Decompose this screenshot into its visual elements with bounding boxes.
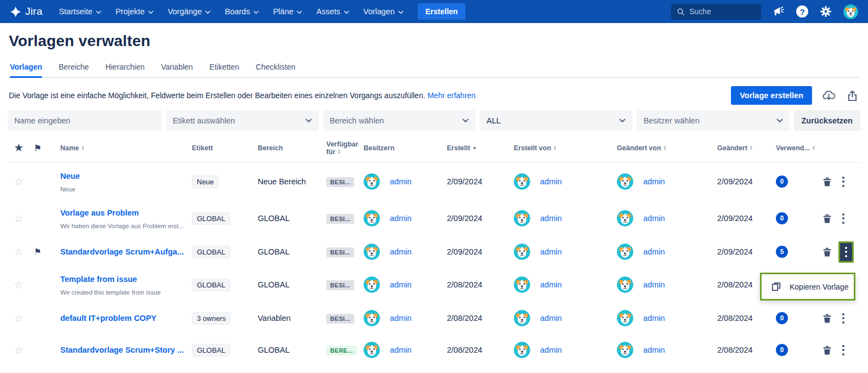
name-filter[interactable] xyxy=(8,110,162,131)
copy-icon xyxy=(771,281,781,292)
template-name-link[interactable]: Template from issue xyxy=(60,275,137,284)
template-name-link[interactable]: Vorlage aus Problem xyxy=(60,208,139,217)
sort-icon[interactable]: ▲▼ xyxy=(750,145,753,151)
template-name-link[interactable]: Standardvorlage Scrum+Story ... xyxy=(60,346,184,354)
row-menu-button-active[interactable] xyxy=(838,241,854,263)
nav-item-plaene[interactable]: Pläne xyxy=(273,7,302,16)
tab-vorlagen[interactable]: Vorlagen xyxy=(10,59,42,77)
sort-icon[interactable]: ▲▼ xyxy=(553,145,557,151)
row-menu-button[interactable] xyxy=(838,172,848,191)
modifier-link[interactable]: admin xyxy=(643,346,665,354)
jira-logo[interactable]: Jira xyxy=(10,5,42,18)
sort-desc-icon[interactable]: ▼ xyxy=(472,146,476,151)
import-button[interactable] xyxy=(822,89,836,102)
owner-link[interactable]: admin xyxy=(390,247,412,256)
nav-item-assets[interactable]: Assets xyxy=(316,7,349,16)
usage-count-badge[interactable]: 0 xyxy=(776,176,788,188)
availability-tag: BERE... xyxy=(326,346,357,355)
creator-link[interactable]: admin xyxy=(540,314,562,323)
column-header-erstellt[interactable]: Erstellt▼ xyxy=(439,142,504,152)
tab-hierarchien[interactable]: Hierarchien xyxy=(105,59,145,77)
column-header-geaendert[interactable]: Geändert▲▼ xyxy=(715,142,773,152)
modifier-link[interactable]: admin xyxy=(643,247,665,256)
creator-link[interactable]: admin xyxy=(540,214,562,223)
tab-checklisten[interactable]: Checklisten xyxy=(256,59,295,77)
row-menu-button[interactable] xyxy=(838,309,848,328)
delete-button[interactable] xyxy=(821,213,833,224)
owner-link[interactable]: admin xyxy=(390,214,412,223)
creator-link[interactable]: admin xyxy=(540,177,562,186)
learn-more-link[interactable]: Mehr erfahren xyxy=(427,91,475,100)
usage-count-badge[interactable]: 0 xyxy=(776,212,788,224)
etikett-filter-select[interactable]: Etikett auswählen xyxy=(166,110,319,131)
delete-button[interactable] xyxy=(821,246,833,258)
owner-link[interactable]: admin xyxy=(390,346,412,354)
star-icon[interactable]: ☆ xyxy=(8,212,30,225)
column-header-verfuegbar-fuer[interactable]: Verfügbar für▲▼ xyxy=(323,138,357,156)
star-icon[interactable]: ☆ xyxy=(8,279,30,291)
nav-item-startseite[interactable]: Startseite xyxy=(59,7,101,16)
created-date: 2/09/2024 xyxy=(439,214,504,223)
creator-link[interactable]: admin xyxy=(540,247,562,256)
sort-icon[interactable]: ▲▼ xyxy=(338,149,341,155)
tab-variablen[interactable]: Variablen xyxy=(161,59,193,77)
flag-icon[interactable]: ⚑ xyxy=(30,247,54,257)
creator-link[interactable]: admin xyxy=(540,280,562,289)
nav-item-vorlagen[interactable]: Vorlagen xyxy=(364,7,404,16)
star-icon[interactable]: ☆ xyxy=(8,176,30,188)
tab-bereiche[interactable]: Bereiche xyxy=(59,59,89,77)
availability-filter-select[interactable]: ALL xyxy=(480,110,632,131)
modifier-link[interactable]: admin xyxy=(643,177,665,186)
owner-link[interactable]: admin xyxy=(390,280,412,289)
nav-item-boards[interactable]: Boards xyxy=(225,7,259,16)
creator-avatar xyxy=(514,310,530,326)
star-icon[interactable]: ☆ xyxy=(8,312,30,325)
tab-etiketten[interactable]: Etiketten xyxy=(209,59,239,77)
sort-icon[interactable]: ▲▼ xyxy=(663,145,667,151)
announcements-button[interactable] xyxy=(773,5,785,18)
user-avatar[interactable] xyxy=(843,4,858,19)
owner-avatar xyxy=(364,342,380,358)
creator-link[interactable]: admin xyxy=(540,346,562,354)
delete-button[interactable] xyxy=(821,313,833,324)
search-input[interactable] xyxy=(689,7,756,16)
name-filter-input[interactable] xyxy=(14,116,155,125)
sort-icon[interactable]: ▲▼ xyxy=(812,145,815,151)
owner-link[interactable]: admin xyxy=(390,314,412,323)
search-box[interactable] xyxy=(671,4,761,20)
star-icon[interactable]: ☆ xyxy=(8,344,30,357)
context-menu-copy-template[interactable]: Kopieren Vorlage xyxy=(760,273,855,301)
delete-button[interactable] xyxy=(821,344,833,356)
star-icon[interactable]: ☆ xyxy=(8,246,30,258)
star-column-header-icon[interactable]: ★ xyxy=(8,140,30,154)
column-header-name[interactable]: Name▲▼ xyxy=(54,142,189,152)
usage-count-badge[interactable]: 0 xyxy=(776,344,788,356)
bereich-filter-select[interactable]: Bereich wählen xyxy=(323,110,475,131)
nav-item-projekte[interactable]: Projekte xyxy=(116,7,154,16)
sort-icon[interactable]: ▲▼ xyxy=(81,145,84,151)
row-menu-button[interactable] xyxy=(838,209,848,228)
modifier-link[interactable]: admin xyxy=(643,214,665,223)
template-name-link[interactable]: Standardvorlage Scrum+Aufga... xyxy=(60,247,184,256)
export-button[interactable] xyxy=(846,89,859,102)
row-menu-button[interactable] xyxy=(838,341,848,360)
modifier-link[interactable]: admin xyxy=(643,280,665,289)
help-button[interactable]: ? xyxy=(796,5,808,18)
create-template-button[interactable]: Vorlage erstellen xyxy=(731,86,812,105)
column-header-erstellt-von[interactable]: Erstellt von▲▼ xyxy=(504,142,611,152)
usage-count-badge[interactable]: 5 xyxy=(776,246,788,258)
reset-filters-button[interactable]: Zurücksetzen xyxy=(794,110,860,131)
modifier-link[interactable]: admin xyxy=(643,314,665,323)
nav-item-vorgaenge[interactable]: Vorgänge xyxy=(168,7,211,16)
settings-button[interactable] xyxy=(820,5,832,18)
flag-column-header-icon[interactable]: ⚑ xyxy=(30,141,54,153)
besitzer-filter-select[interactable]: Besitzer wählen xyxy=(637,110,789,131)
template-name-link[interactable]: default IT+problem COPY xyxy=(60,314,156,323)
owner-link[interactable]: admin xyxy=(390,177,412,186)
column-header-verwendungen[interactable]: Verwend...▲▼ xyxy=(773,142,819,152)
usage-count-badge[interactable]: 0 xyxy=(776,312,788,324)
column-header-geaendert-von[interactable]: Geändert von▲▼ xyxy=(611,142,715,152)
create-button[interactable]: Erstellen xyxy=(418,3,466,20)
delete-button[interactable] xyxy=(821,176,833,188)
template-name-link[interactable]: Neue xyxy=(60,172,80,180)
